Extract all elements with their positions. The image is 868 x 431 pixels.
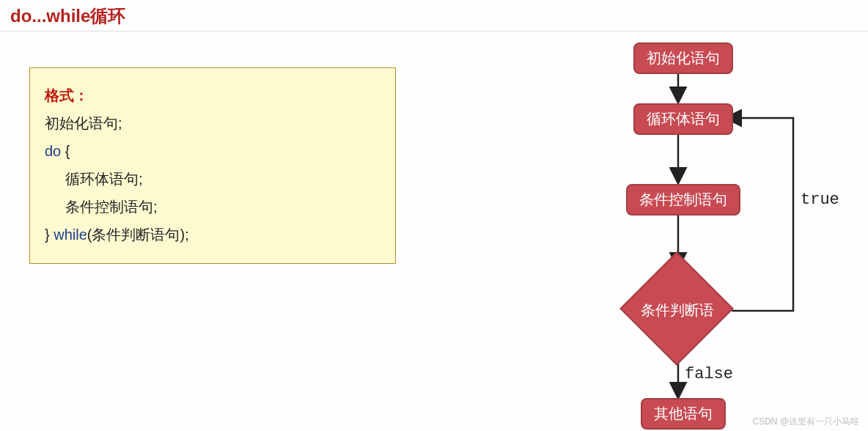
brace-open: {: [61, 143, 70, 159]
divider: [0, 31, 868, 32]
code-header: 格式：: [45, 81, 380, 109]
code-line-init: 初始化语句;: [45, 109, 380, 137]
flow-node-body: 循环体语句: [633, 103, 733, 135]
code-format-box: 格式： 初始化语句; do { 循环体语句; 条件控制语句; } while(条…: [29, 67, 396, 264]
flow-node-other: 其他语句: [641, 398, 726, 430]
flow-node-init: 初始化语句: [633, 43, 733, 74]
watermark: CSDN @这里有一只小马哇: [752, 416, 859, 428]
keyword-do: do: [45, 143, 61, 159]
code-line-while: } while(条件判断语句);: [45, 221, 380, 248]
code-line-cond-ctrl: 条件控制语句;: [45, 193, 380, 221]
flow-decision-label: 条件判断语: [626, 301, 729, 320]
flow-node-cond-ctrl: 条件控制语句: [626, 184, 740, 216]
code-line-do: do {: [45, 137, 380, 165]
edge-label-true: true: [801, 191, 839, 209]
flowchart: 初始化语句 循环体语句 条件控制语句 条件判断语 其他语句 true false: [557, 34, 858, 430]
page-title: do...while循环: [10, 4, 125, 28]
while-condition: (条件判断语句);: [87, 226, 189, 243]
brace-close: }: [45, 226, 54, 243]
code-line-body: 循环体语句;: [45, 165, 380, 193]
edge-label-false: false: [685, 365, 733, 383]
keyword-while: while: [54, 226, 87, 243]
